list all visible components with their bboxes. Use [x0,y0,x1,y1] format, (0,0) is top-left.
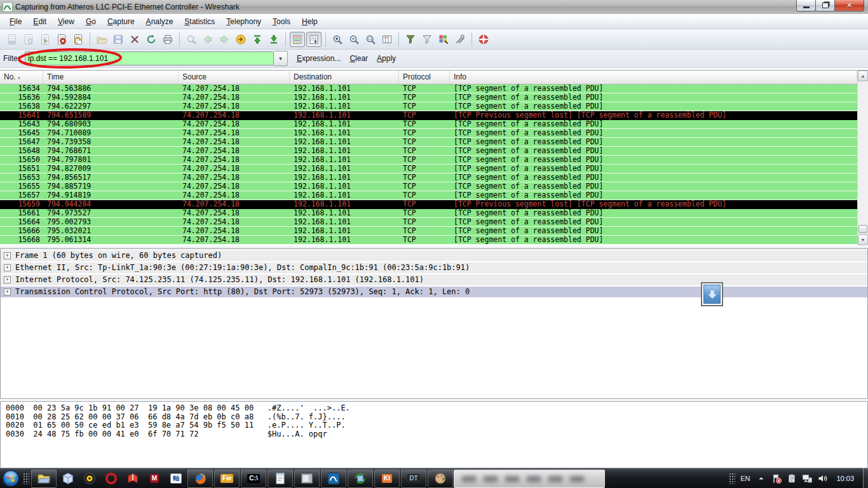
packet-row-15655[interactable]: 15655794.88571974.207.254.18192.168.1.10… [0,182,857,191]
taskbar-button-wireshark[interactable] [321,470,346,488]
packet-row-15641[interactable]: 15641794.65158974.207.254.18192.168.1.10… [0,111,857,120]
expand-plus-icon[interactable]: + [4,264,11,271]
taskbar-button-fireworks[interactable]: Fw [214,470,240,488]
taskbar-button-palette[interactable] [428,470,453,488]
display-filters-button[interactable] [419,32,435,47]
expand-plus-icon[interactable]: + [4,252,11,259]
packet-row-15648[interactable]: 15648794.76867174.207.254.18192.168.1.10… [0,147,857,156]
volume-icon[interactable] [816,472,829,485]
column-header-info[interactable]: Info [450,71,857,84]
menu-item-help[interactable]: Help [296,15,323,28]
column-header-no[interactable]: No. ▾ [0,71,43,84]
filter-dropdown-button[interactable]: ▼ [274,51,288,66]
help-button[interactable] [476,32,491,47]
clear-button[interactable]: Clear [349,54,368,63]
coloring-rules-button[interactable] [436,32,451,47]
print-button[interactable] [160,32,175,47]
packet-row-15657[interactable]: 15657794.91481974.207.254.18192.168.1.10… [0,191,857,200]
column-header-time[interactable]: Time [43,71,179,84]
menu-item-tools[interactable]: Tools [267,15,296,28]
expand-plus-icon[interactable]: + [4,288,11,295]
packet-row-15643[interactable]: 15643794.68090374.207.254.18192.168.1.10… [0,120,857,129]
menu-item-analyze[interactable]: Analyze [140,15,179,28]
apply-button[interactable]: Apply [377,54,396,63]
scroll-up-button[interactable]: ▲ [858,71,868,81]
taskbar-button-firefox[interactable] [187,470,213,488]
packet-list-scrollbar[interactable]: ▲ ▼ [857,71,868,245]
menu-item-file[interactable]: File [4,15,27,28]
zoom-out-button[interactable] [346,32,362,47]
detail-line-3[interactable]: +Transmission Control Protocol, Src Port… [1,286,867,297]
menu-item-edit[interactable]: Edit [27,15,52,28]
pinned-cube[interactable] [58,470,78,488]
packet-row-15634[interactable]: 15634794.56388674.207.254.18192.168.1.10… [0,85,857,93]
go-forward-button[interactable] [217,32,232,47]
column-header-source[interactable]: Source [179,71,290,84]
scrollbar-thumb[interactable] [858,225,867,233]
packet-row-15661[interactable]: 15661794.97352774.207.254.18192.168.1.10… [0,209,857,218]
packet-row-15659[interactable]: 15659794.94428474.207.254.18192.168.1.10… [0,200,857,209]
taskbar-button-sync[interactable] [348,470,373,488]
show-desktop-button[interactable] [863,468,868,488]
pinned-maxthon[interactable]: M [144,470,165,488]
pinned-kanji-app[interactable]: 軸 [166,470,186,488]
detail-line-1[interactable]: +Ethernet II, Src: Tp-LinkT_1a:90:3e (00… [1,262,867,273]
menu-item-go[interactable]: Go [80,15,102,28]
action-center-flag-icon[interactable] [770,472,783,485]
capture-options-button[interactable] [21,32,36,47]
save-file-button[interactable] [111,32,126,47]
menu-item-telephony[interactable]: Telephony [220,15,267,28]
column-header-destination[interactable]: Destination [290,71,399,84]
menu-item-view[interactable]: View [52,15,80,28]
column-header-protocol[interactable]: Protocol [399,71,450,84]
packet-row-15647[interactable]: 15647794.73935874.207.254.18192.168.1.10… [0,138,857,147]
go-to-bottom-button[interactable] [266,32,281,47]
scroll-down-overlay-button[interactable] [701,282,723,306]
go-back-button[interactable] [200,32,215,47]
detail-line-0[interactable]: +Frame 1 (60 bytes on wire, 60 bytes cap… [1,250,867,261]
menu-item-statistics[interactable]: Statistics [179,15,220,28]
taskbar-button-kt[interactable]: Kt [374,470,400,488]
capture-filters-button[interactable] [403,32,418,47]
go-to-top-button[interactable] [250,32,265,47]
hidden-icons-chevron-icon[interactable] [755,472,768,485]
title-bar[interactable]: Capturing from Atheros L1C PCI-E Etherne… [0,0,868,15]
stop-capture-button[interactable] [54,32,69,47]
zoom-in-button[interactable] [330,32,345,47]
packet-row-15651[interactable]: 15651794.82700974.207.254.18192.168.1.10… [0,165,857,173]
detail-line-2[interactable]: +Internet Protocol, Src: 74.125.235.11 (… [1,274,867,285]
close-file-button[interactable] [127,32,142,47]
colorize-list-button[interactable] [290,32,305,47]
restore-button[interactable] [815,0,835,11]
taskbar-clock[interactable]: 10:03 [836,475,854,482]
minimize-button[interactable] [796,0,816,11]
filter-input[interactable]: ip.dst == 192.168.1.101 [25,51,274,65]
packet-row-15653[interactable]: 15653794.85651774.207.254.18192.168.1.10… [0,173,857,182]
taskbar-button-cmd[interactable]: C:\ [241,470,266,488]
taskbar-button-explorer[interactable] [31,470,57,488]
language-indicator[interactable]: EN [740,475,750,482]
pinned-red-book[interactable] [123,470,143,488]
taskbar-button-grayapp[interactable] [294,470,320,488]
list-interfaces-button[interactable] [4,32,20,47]
pinned-opera[interactable] [101,470,121,488]
menu-item-capture[interactable]: Capture [102,15,140,28]
taskbar-button-blurred[interactable] [454,470,605,488]
packet-row-15664[interactable]: 15664795.00279374.207.254.18192.168.1.10… [0,218,857,227]
network-icon[interactable] [801,472,813,485]
taskbar-button-notepad[interactable] [268,470,293,488]
preferences-button[interactable] [452,32,468,47]
resize-columns-button[interactable] [379,32,395,47]
close-button[interactable]: ✕ [834,0,864,11]
taskbar-button-dt[interactable]: DT [401,470,426,488]
packet-row-15650[interactable]: 15650794.79780174.207.254.18192.168.1.10… [0,156,857,165]
packet-row-15645[interactable]: 15645794.71008974.207.254.18192.168.1.10… [0,129,857,138]
auto-scroll-button[interactable] [306,32,322,47]
packet-row-15666[interactable]: 15666795.03202174.207.254.18192.168.1.10… [0,227,857,236]
restart-capture-button[interactable] [71,32,86,47]
zoom-100-button[interactable]: 1:1 [363,32,378,47]
packet-row-15638[interactable]: 15638794.62229774.207.254.18192.168.1.10… [0,102,857,111]
clipboard-icon[interactable] [785,472,798,485]
expand-plus-icon[interactable]: + [4,276,11,283]
start-button[interactable] [0,469,22,488]
